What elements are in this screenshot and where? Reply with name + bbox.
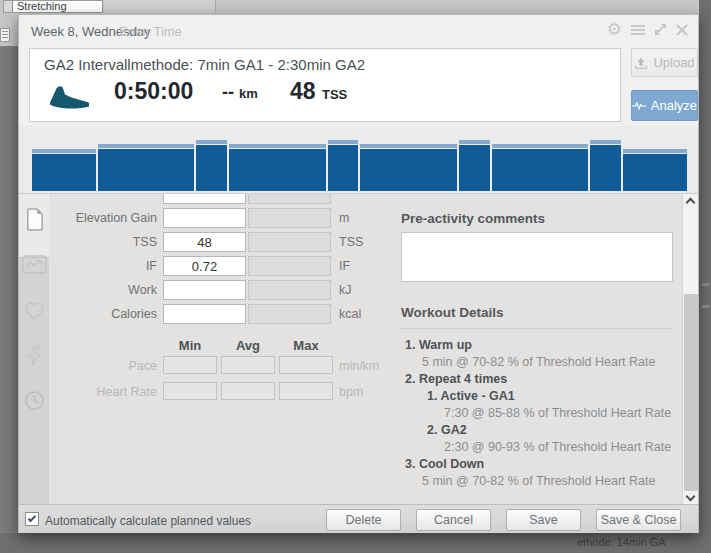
tss-completed-input bbox=[248, 232, 331, 252]
elevation-gain-unit: m bbox=[339, 211, 349, 225]
chart-bar-ga2 bbox=[196, 140, 227, 191]
upload-button: Upload bbox=[631, 48, 698, 77]
heart-rate-min-input bbox=[163, 382, 217, 400]
pre-activity-comments-title: Pre-activity comments bbox=[401, 211, 545, 226]
background-calendar-strip: Stretching bbox=[0, 0, 699, 14]
workout-step: 1. Warm up 5 min @ 70-82 % of Threshold … bbox=[405, 337, 685, 371]
workout-step: 3. Cool Down 5 min @ 70-82 % of Threshol… bbox=[405, 456, 685, 490]
planned-duration: 0:50:00 bbox=[114, 78, 193, 105]
checkmark-icon bbox=[28, 514, 36, 522]
work-unit: kJ bbox=[339, 283, 352, 297]
modal-footer: Automatically calculate planned values D… bbox=[19, 504, 698, 533]
close-icon[interactable] bbox=[676, 24, 688, 36]
heart-rate-unit: bpm bbox=[339, 385, 363, 399]
workout-structure-chart bbox=[19, 126, 698, 193]
heart-rate-avg-input bbox=[221, 382, 275, 400]
tss-input[interactable] bbox=[163, 232, 246, 252]
menu-icon[interactable] bbox=[631, 23, 645, 37]
background-right-mark bbox=[702, 305, 709, 308]
workout-profile-bars bbox=[32, 129, 689, 191]
save-button[interactable]: Save bbox=[506, 509, 581, 531]
scroll-down-arrow[interactable] bbox=[686, 492, 696, 502]
chart-bar-ga2 bbox=[590, 140, 621, 191]
chart-bar-active-ga1 bbox=[360, 144, 457, 191]
pace-label: Pace bbox=[19, 359, 157, 373]
pace-unit: min/km bbox=[339, 359, 379, 373]
cancel-button[interactable]: Cancel bbox=[416, 509, 491, 531]
clipped-input-row bbox=[163, 194, 246, 204]
workout-title: GA2 Intervallmethode: 7min GA1 - 2:30min… bbox=[44, 56, 365, 73]
tss-unit: TSS bbox=[339, 235, 363, 249]
if-label: IF bbox=[19, 259, 157, 273]
chart-bar-ga2 bbox=[459, 140, 490, 191]
chart-bar-active-ga1 bbox=[229, 144, 326, 191]
chart-bar-active-ga1 bbox=[492, 144, 589, 191]
work-completed-input bbox=[248, 280, 331, 300]
workout-substep: 2. GA2 2:30 @ 90-93 % of Threshold Heart… bbox=[405, 422, 685, 456]
heart-rate-label: Heart Rate bbox=[19, 385, 157, 399]
background-workout-text: ethode; 14min GA bbox=[577, 536, 666, 548]
vertical-scrollbar[interactable] bbox=[682, 194, 698, 505]
heart-rate-max-input bbox=[279, 382, 333, 400]
elevation-gain-label: Elevation Gain bbox=[19, 211, 157, 225]
background-workout-label: Stretching bbox=[17, 0, 67, 12]
background-drag-handle-icon bbox=[0, 28, 10, 42]
settings-gear-icon[interactable]: ⚙ bbox=[607, 21, 622, 38]
modal-header-icons: ⚙ bbox=[607, 21, 688, 38]
scrollbar-thumb[interactable] bbox=[684, 294, 698, 491]
planned-distance: -- km bbox=[222, 82, 258, 103]
background-checkbox-icon bbox=[4, 1, 13, 13]
stats-header-max: Max bbox=[279, 338, 333, 353]
pace-max-input bbox=[279, 356, 333, 374]
elevation-gain-input[interactable] bbox=[163, 208, 246, 228]
waveform-icon bbox=[632, 100, 647, 112]
chart-bar-active-ga1 bbox=[98, 144, 195, 191]
workout-step: 2. Repeat 4 times bbox=[405, 371, 685, 388]
expand-icon[interactable] bbox=[654, 23, 667, 36]
clipped-input-row bbox=[248, 194, 331, 204]
pace-avg-input bbox=[221, 356, 275, 374]
running-shoe-icon bbox=[46, 82, 92, 118]
stats-header-min: Min bbox=[163, 338, 217, 353]
calories-unit: kcal bbox=[339, 307, 361, 321]
modal-body: Elevation Gain m TSS TSS IF IF Work kJ C… bbox=[19, 193, 698, 504]
background-right-strip bbox=[699, 0, 711, 553]
workout-summary-card: GA2 Intervallmethode: 7min GA1 - 2:30min… bbox=[29, 48, 621, 122]
work-label: Work bbox=[19, 283, 157, 297]
workout-details-list: 1. Warm up 5 min @ 70-82 % of Threshold … bbox=[405, 337, 685, 490]
auto-calculate-checkbox[interactable] bbox=[25, 512, 39, 526]
calories-input[interactable] bbox=[163, 304, 246, 324]
auto-calculate-label: Automatically calculate planned values bbox=[45, 514, 251, 528]
tss-label: TSS bbox=[19, 235, 157, 249]
background-workout-stretching: Stretching bbox=[3, 0, 103, 13]
background-left-strip bbox=[0, 46, 18, 553]
calories-label: Calories bbox=[19, 307, 157, 321]
enter-time-link[interactable]: Enter Time bbox=[119, 24, 182, 39]
elevation-gain-completed-input bbox=[248, 208, 331, 228]
save-close-button[interactable]: Save & Close bbox=[596, 509, 681, 531]
workout-details-title: Workout Details bbox=[401, 305, 504, 320]
delete-button[interactable]: Delete bbox=[326, 509, 401, 531]
screen: Stretching ethode; 14min GA Week 8, Wedn… bbox=[0, 0, 711, 553]
upload-icon bbox=[634, 56, 648, 70]
workout-substep: 1. Active - GA1 7:30 @ 85-88 % of Thresh… bbox=[405, 388, 685, 422]
work-input[interactable] bbox=[163, 280, 246, 300]
background-right-mark bbox=[702, 283, 709, 286]
divider bbox=[401, 328, 673, 329]
if-input[interactable] bbox=[163, 256, 246, 276]
if-unit: IF bbox=[339, 259, 350, 273]
analyze-button[interactable]: Analyze bbox=[631, 90, 698, 121]
pre-activity-comments-input[interactable] bbox=[401, 232, 673, 282]
chart-bar-ga2 bbox=[328, 140, 359, 191]
if-completed-input bbox=[248, 256, 331, 276]
background-tab bbox=[104, 0, 216, 13]
scroll-up-arrow[interactable] bbox=[686, 198, 696, 208]
workout-detail-modal: Week 8, Wednesday Enter Time ⚙ GA2 Inter… bbox=[18, 14, 699, 533]
pace-min-input bbox=[163, 356, 217, 374]
stats-header-avg: Avg bbox=[221, 338, 275, 353]
planned-tss: 48 TSS bbox=[290, 78, 347, 105]
chart-bar-warm-up bbox=[32, 149, 96, 191]
calories-completed-input bbox=[248, 304, 331, 324]
chart-bar-cool-down bbox=[623, 149, 687, 191]
